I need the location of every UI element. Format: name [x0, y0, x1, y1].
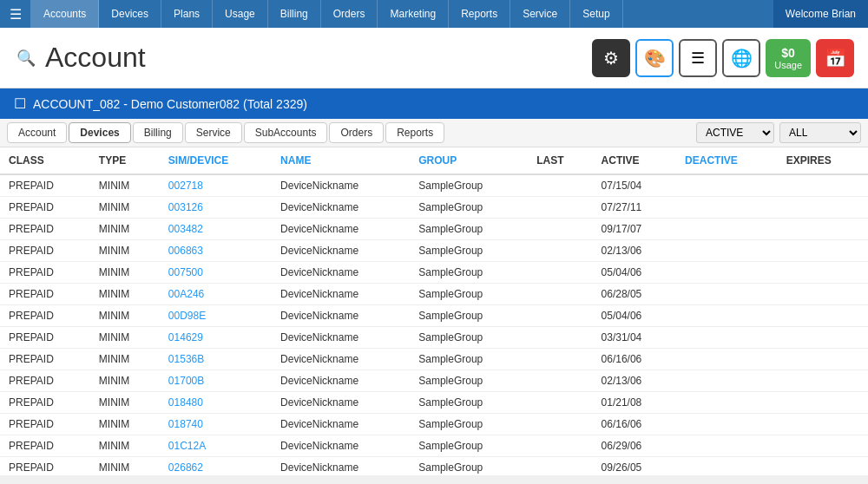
- sim-device-cell[interactable]: 018740: [160, 414, 272, 435]
- hamburger-menu[interactable]: ☰: [0, 0, 31, 28]
- sim-device-cell[interactable]: 014629: [160, 327, 272, 349]
- type-filter[interactable]: ALLPREPAIDPOSTPAID: [779, 122, 861, 143]
- group-cell: SampleGroup: [410, 305, 528, 327]
- nav-item-usage[interactable]: Usage: [213, 0, 268, 28]
- type-cell: MINIM: [90, 174, 160, 197]
- expires-cell: [778, 392, 868, 414]
- name-cell: DeviceNickname: [272, 219, 410, 240]
- subtab-orders[interactable]: Orders: [329, 122, 384, 143]
- expires-cell: [778, 370, 868, 392]
- class-cell: PREPAID: [0, 370, 90, 392]
- deactive-cell: [676, 457, 778, 476]
- expires-cell: [778, 457, 868, 476]
- nav-item-orders[interactable]: Orders: [321, 0, 378, 28]
- nav-item-service[interactable]: Service: [510, 0, 570, 28]
- sim-device-cell[interactable]: 007500: [160, 262, 272, 284]
- sim-device-cell[interactable]: 002718: [160, 174, 272, 197]
- subtab-billing[interactable]: Billing: [133, 122, 183, 143]
- type-cell: MINIM: [90, 262, 160, 284]
- class-cell: PREPAID: [0, 349, 90, 370]
- class-cell: PREPAID: [0, 435, 90, 457]
- nav-item-setup[interactable]: Setup: [570, 0, 622, 28]
- last-cell: [528, 284, 592, 305]
- subtab-reports[interactable]: Reports: [385, 122, 444, 143]
- group-cell: SampleGroup: [410, 262, 528, 284]
- table-row: PREPAIDMINIM01536BDeviceNicknameSampleGr…: [0, 349, 868, 370]
- nav-item-marketing[interactable]: Marketing: [378, 0, 449, 28]
- group-cell: SampleGroup: [410, 414, 528, 435]
- active-cell: 06/16/06: [593, 414, 677, 435]
- active-cell: 07/15/04: [593, 174, 677, 197]
- class-cell: PREPAID: [0, 457, 90, 476]
- sim-device-cell[interactable]: 01536B: [160, 349, 272, 370]
- expires-cell: [778, 327, 868, 349]
- expires-cell: [778, 240, 868, 262]
- palette-icon-btn[interactable]: 🎨: [635, 39, 674, 77]
- col-type: TYPE: [90, 147, 160, 174]
- type-cell: MINIM: [90, 414, 160, 435]
- class-cell: PREPAID: [0, 414, 90, 435]
- sim-device-cell[interactable]: 00A246: [160, 284, 272, 305]
- active-cell: 03/31/04: [593, 327, 677, 349]
- nav-item-plans[interactable]: Plans: [161, 0, 213, 28]
- nav-item-billing[interactable]: Billing: [268, 0, 321, 28]
- expires-cell: [778, 349, 868, 370]
- group-cell: SampleGroup: [410, 240, 528, 262]
- sim-device-cell[interactable]: 018480: [160, 392, 272, 414]
- sim-device-cell[interactable]: 01C12A: [160, 435, 272, 457]
- gear-icon-btn[interactable]: ⚙: [592, 39, 630, 77]
- class-cell: PREPAID: [0, 219, 90, 240]
- active-cell: 02/13/06: [593, 370, 677, 392]
- sim-device-cell[interactable]: 003482: [160, 219, 272, 240]
- search-button[interactable]: 🔍: [14, 46, 38, 70]
- col-name[interactable]: NAME: [272, 147, 410, 174]
- last-cell: [528, 305, 592, 327]
- type-cell: MINIM: [90, 197, 160, 219]
- last-cell: [528, 327, 592, 349]
- sim-device-cell[interactable]: 006863: [160, 240, 272, 262]
- last-cell: [528, 414, 592, 435]
- account-banner: ☐ ACCOUNT_082 - Demo Customer082 (Total …: [0, 88, 868, 119]
- subtab-subaccounts[interactable]: SubAccounts: [244, 122, 328, 143]
- calendar-icon-btn[interactable]: 📅: [816, 39, 854, 77]
- active-cell: 07/27/11: [593, 197, 677, 219]
- active-cell: 02/13/06: [593, 240, 677, 262]
- status-filter[interactable]: ACTIVEINACTIVEALL: [696, 122, 774, 143]
- table-row: PREPAIDMINIM01700BDeviceNicknameSampleGr…: [0, 370, 868, 392]
- col-group[interactable]: GROUP: [410, 147, 528, 174]
- money-amount: $0: [781, 46, 795, 60]
- nav-item-reports[interactable]: Reports: [449, 0, 510, 28]
- col-sim-device[interactable]: SIM/DEVICE: [160, 147, 272, 174]
- sim-device-cell[interactable]: 00D98E: [160, 305, 272, 327]
- active-cell: 05/04/06: [593, 305, 677, 327]
- name-cell: DeviceNickname: [272, 262, 410, 284]
- subtab-service[interactable]: Service: [185, 122, 242, 143]
- table-row: PREPAIDMINIM007500DeviceNicknameSampleGr…: [0, 262, 868, 284]
- col-deactive[interactable]: DEACTIVE: [676, 147, 778, 174]
- last-cell: [528, 392, 592, 414]
- subtab-devices[interactable]: Devices: [69, 122, 130, 143]
- list-view-btn[interactable]: ☰: [679, 39, 717, 77]
- nav-item-devices[interactable]: Devices: [99, 0, 161, 28]
- last-cell: [528, 262, 592, 284]
- money-button[interactable]: $0 Usage: [766, 39, 811, 77]
- sub-tabs: AccountDevicesBillingServiceSubAccountsO…: [0, 119, 868, 147]
- active-cell: 05/04/06: [593, 262, 677, 284]
- subtab-account[interactable]: Account: [7, 122, 67, 143]
- last-cell: [528, 457, 592, 476]
- deactive-cell: [676, 284, 778, 305]
- sim-device-cell[interactable]: 026862: [160, 457, 272, 476]
- group-cell: SampleGroup: [410, 174, 528, 197]
- sim-device-cell[interactable]: 01700B: [160, 370, 272, 392]
- type-cell: MINIM: [90, 240, 160, 262]
- group-cell: SampleGroup: [410, 284, 528, 305]
- expires-cell: [778, 305, 868, 327]
- nav-item-accounts[interactable]: Accounts: [31, 0, 99, 28]
- sim-device-cell[interactable]: 003126: [160, 197, 272, 219]
- deactive-cell: [676, 219, 778, 240]
- table-row: PREPAIDMINIM002718DeviceNicknameSampleGr…: [0, 174, 868, 197]
- deactive-cell: [676, 435, 778, 457]
- table-row: PREPAIDMINIM018480DeviceNicknameSampleGr…: [0, 392, 868, 414]
- group-cell: SampleGroup: [410, 457, 528, 476]
- globe-icon-btn[interactable]: 🌐: [722, 39, 760, 77]
